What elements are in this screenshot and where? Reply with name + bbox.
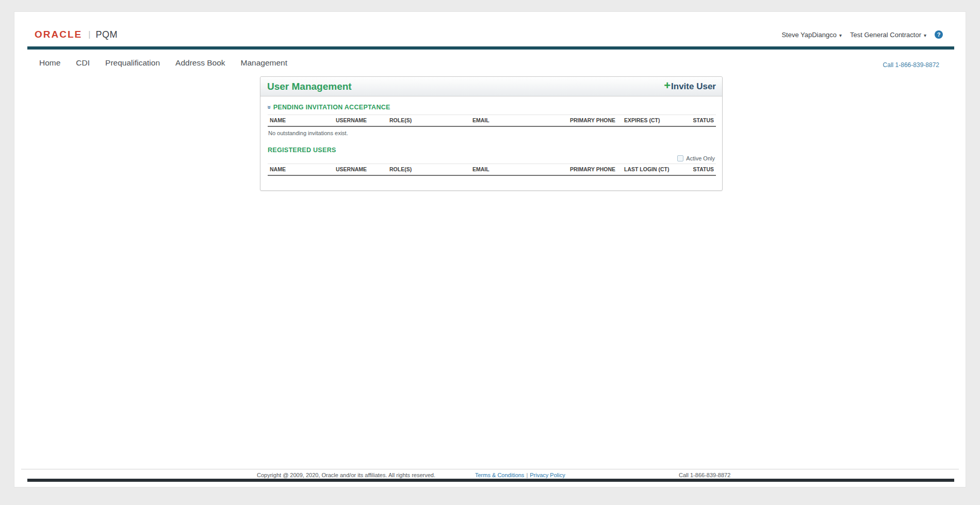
footer-pipe: | xyxy=(526,472,528,478)
col-expires: EXPIRES (CT) xyxy=(622,115,685,127)
col-primary-phone: PRIMARY PHONE xyxy=(568,164,622,176)
brand-separator: | xyxy=(88,30,90,39)
col-username: USERNAME xyxy=(334,115,387,127)
terms-link[interactable]: Terms & Conditions xyxy=(475,472,524,478)
registered-users-table: NAME USERNAME ROLE(S) EMAIL PRIMARY PHON… xyxy=(268,164,716,176)
col-last-login: LAST LOGIN (CT) xyxy=(622,164,685,176)
col-name: NAME xyxy=(268,164,334,176)
col-name: NAME xyxy=(268,115,334,127)
org-menu[interactable]: Test General Contractor ▾ xyxy=(850,31,926,39)
chevron-down-icon: ▾ xyxy=(924,32,926,38)
col-status: STATUS xyxy=(685,115,716,127)
nav-item-prequalification[interactable]: Prequalification xyxy=(105,58,160,68)
panel-body: » PENDING INVITATION ACCEPTANCE NAME USE… xyxy=(260,96,722,190)
invite-user-button[interactable]: + Invite User xyxy=(664,81,716,92)
header-divider-bar xyxy=(27,46,954,50)
plus-icon: + xyxy=(664,81,671,90)
pending-empty-message: No outstanding invitations exist. xyxy=(268,127,715,141)
active-only-checkbox[interactable] xyxy=(677,155,683,161)
col-email: EMAIL xyxy=(470,164,568,176)
nav-item-management[interactable]: Management xyxy=(241,58,287,68)
col-roles: ROLE(S) xyxy=(387,164,470,176)
user-menu-label: Steve YapDiangco xyxy=(781,31,836,39)
registered-section-heading: REGISTERED USERS xyxy=(268,146,715,154)
invite-user-label: Invite User xyxy=(671,82,716,92)
footer-bottom-bar xyxy=(27,479,954,482)
footer-call-text: Call 1-866-839-8872 xyxy=(679,472,730,478)
active-only-filter: Active Only xyxy=(268,154,715,163)
help-icon[interactable]: ? xyxy=(935,30,943,39)
col-primary-phone: PRIMARY PHONE xyxy=(568,115,622,127)
pending-section-heading: » PENDING INVITATION ACCEPTANCE xyxy=(268,104,715,111)
col-email: EMAIL xyxy=(470,115,568,127)
account-row: Steve YapDiangco ▾ Test General Contract… xyxy=(781,30,943,39)
brand-row: ORACLE | PQM xyxy=(35,28,118,41)
footer-divider xyxy=(21,469,959,469)
copyright-text: Copyright @ 2009, 2020, Oracle and/or it… xyxy=(257,472,435,478)
pending-invitations-table: NAME USERNAME ROLE(S) EMAIL PRIMARY PHON… xyxy=(268,115,716,127)
org-menu-label: Test General Contractor xyxy=(850,31,921,39)
user-management-panel: User Management + Invite User » PENDING … xyxy=(260,76,723,191)
chevron-down-icon: ▾ xyxy=(839,32,842,38)
collapse-chevron-icon[interactable]: » xyxy=(267,106,272,109)
oracle-logo: ORACLE xyxy=(35,29,82,40)
page-card: ORACLE | PQM Steve YapDiangco ▾ Test Gen… xyxy=(14,11,966,487)
page-title: User Management xyxy=(267,81,352,92)
call-phone-link[interactable]: Call 1-866-839-8872 xyxy=(883,61,939,69)
nav-item-home[interactable]: Home xyxy=(39,58,60,68)
col-roles: ROLE(S) xyxy=(387,115,470,127)
footer-links: Terms & Conditions|Privacy Policy xyxy=(475,472,565,478)
pending-header-row: NAME USERNAME ROLE(S) EMAIL PRIMARY PHON… xyxy=(268,115,716,127)
product-name: PQM xyxy=(95,29,118,40)
registered-heading-label: REGISTERED USERS xyxy=(268,146,336,154)
registered-header-row: NAME USERNAME ROLE(S) EMAIL PRIMARY PHON… xyxy=(268,164,716,176)
privacy-link[interactable]: Privacy Policy xyxy=(530,472,565,478)
active-only-label: Active Only xyxy=(686,155,715,161)
user-menu[interactable]: Steve YapDiangco ▾ xyxy=(781,31,842,39)
col-status: STATUS xyxy=(685,164,716,176)
col-username: USERNAME xyxy=(334,164,387,176)
nav-item-address-book[interactable]: Address Book xyxy=(175,58,225,68)
main-nav: Home CDI Prequalification Address Book M… xyxy=(39,54,287,72)
panel-header: User Management + Invite User xyxy=(260,77,722,96)
pending-heading-label: PENDING INVITATION ACCEPTANCE xyxy=(273,104,390,111)
nav-item-cdi[interactable]: CDI xyxy=(76,58,90,68)
